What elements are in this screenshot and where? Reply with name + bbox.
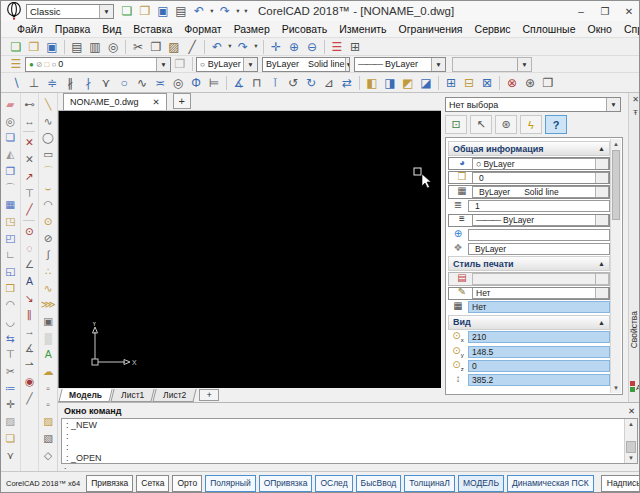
- command-history[interactable]: : _NEW::: _OPEN ▲ ▼: [61, 418, 638, 464]
- sheet-tab[interactable]: Модель: [58, 389, 112, 402]
- palette-tool-icon[interactable]: ↗: [21, 168, 37, 185]
- constraint-icon[interactable]: ∦: [61, 75, 79, 91]
- document-tab[interactable]: NONAME_0.dwg ✕: [63, 93, 167, 110]
- menu-item[interactable]: Ограничения: [393, 23, 469, 35]
- toolbar-icon[interactable]: ✂: [129, 39, 147, 55]
- status-toggle-button[interactable]: Полярный: [205, 475, 256, 492]
- palette-tool-icon[interactable]: ∫: [40, 246, 56, 263]
- toolbar-icon[interactable]: ❏: [7, 39, 25, 55]
- new-tab-button[interactable]: +: [173, 93, 191, 109]
- scrollbar-thumb[interactable]: [626, 441, 636, 453]
- property-row[interactable]: ↕ 385.2: [448, 373, 610, 386]
- sheet-tab[interactable]: Лист1: [110, 389, 154, 402]
- minimize-button[interactable]: –: [569, 2, 593, 20]
- toolbar-icon[interactable]: ❐: [25, 39, 43, 55]
- constraint-icon[interactable]: ⊠: [478, 75, 496, 91]
- palette-tool-icon[interactable]: A: [40, 346, 56, 363]
- palette-tool-icon[interactable]: ⇀: [21, 356, 37, 373]
- constraint-icon[interactable]: ⊟: [460, 75, 478, 91]
- lineweight-combo[interactable]: ——— ByLayer ▼: [354, 57, 446, 72]
- palette-tool-icon[interactable]: ⊘: [40, 230, 56, 247]
- property-row[interactable]: ≣ 1: [448, 200, 610, 213]
- close-button[interactable]: ✕: [617, 2, 640, 20]
- chevron-down-icon[interactable]: ▼: [431, 58, 445, 71]
- palette-tool-icon[interactable]: ⌣: [40, 179, 56, 196]
- toolbar-icon[interactable]: ╱: [183, 39, 201, 55]
- constraint-icon[interactable]: ⊞: [442, 75, 460, 91]
- palette-tool-icon[interactable]: ╲: [40, 96, 56, 113]
- palette-tool-icon[interactable]: ⊙: [21, 223, 37, 240]
- constraint-icon[interactable]: Φ: [187, 75, 205, 91]
- palette-tool-icon[interactable]: ╱: [21, 390, 37, 407]
- status-toggle-button[interactable]: Сетка: [136, 475, 169, 492]
- collapse-icon[interactable]: ▲: [598, 319, 605, 326]
- scrollbar-thumb[interactable]: [612, 150, 620, 220]
- palette-tool-icon[interactable]: ▧: [40, 430, 56, 447]
- properties-tool-button[interactable]: ⊡: [445, 115, 467, 134]
- property-row[interactable]: ⊙x 210: [448, 331, 610, 344]
- collapse-icon[interactable]: ▲: [598, 145, 605, 152]
- status-toggle-button[interactable]: ОСлед: [315, 475, 352, 492]
- close-tab-icon[interactable]: ✕: [153, 97, 160, 107]
- status-toggle-button[interactable]: Привязка: [86, 475, 133, 492]
- constraint-icon[interactable]: ⋎: [97, 75, 115, 91]
- layer-manager-icon[interactable]: ☰: [7, 56, 25, 72]
- toolbar-icon[interactable]: ▾: [226, 39, 234, 55]
- drawing-canvas[interactable]: Y X: [58, 111, 441, 388]
- property-row[interactable]: ≡ ——— ByLayer: [448, 214, 610, 227]
- property-row[interactable]: ⊕: [448, 228, 610, 241]
- constraint-icon[interactable]: ∿: [133, 75, 151, 91]
- palette-tool-icon[interactable]: ▨: [40, 413, 56, 430]
- scroll-down-icon[interactable]: ▼: [625, 453, 637, 463]
- layer-properties-icon[interactable]: ❐: [171, 56, 189, 72]
- palette-tool-icon[interactable]: ▰: [2, 96, 18, 113]
- panel-pin-icon[interactable]: Ŧ: [629, 106, 640, 119]
- toolbar-icon[interactable]: ▨: [165, 39, 183, 55]
- palette-tool-icon[interactable]: ⋙: [40, 296, 56, 313]
- palette-tool-icon[interactable]: ▣: [40, 313, 56, 330]
- chevron-down-icon[interactable]: [595, 288, 608, 298]
- palette-tool-icon[interactable]: ◇: [40, 446, 56, 463]
- toolbar-icon[interactable]: ▾: [252, 39, 260, 55]
- chevron-down-icon[interactable]: [595, 173, 608, 183]
- properties-tool-button[interactable]: ⊛: [495, 115, 517, 134]
- status-toggle-button[interactable]: Динамическая ПСК: [507, 475, 594, 492]
- constraint-icon[interactable]: ⊛: [521, 75, 539, 91]
- palette-tool-icon[interactable]: ▫: [40, 396, 56, 413]
- constraint-icon[interactable]: ◎: [169, 75, 187, 91]
- property-row[interactable]: ⊙z 0: [448, 359, 610, 372]
- constraint-icon[interactable]: ∖: [7, 75, 25, 91]
- chevron-down-icon[interactable]: [595, 187, 608, 197]
- quick-access-icon[interactable]: ▾: [242, 3, 250, 19]
- annotation-scale-dropdown[interactable]: Надпись ▼: [601, 475, 640, 492]
- constraint-icon[interactable]: ⇄: [338, 75, 356, 91]
- constraint-icon[interactable]: ◪: [417, 75, 435, 91]
- linestyle-combo[interactable]: ByLayer Solid line ▼: [262, 57, 350, 72]
- palette-tool-icon[interactable]: ↘: [21, 290, 37, 307]
- section-header-general[interactable]: Общая информация ▲: [448, 141, 610, 156]
- palette-tool-icon[interactable]: ∡: [21, 340, 37, 357]
- menu-item[interactable]: Изменить: [333, 23, 392, 35]
- quick-access-icon[interactable]: ▣: [154, 3, 172, 19]
- palette-tool-icon[interactable]: ∠: [21, 256, 37, 273]
- chevron-down-icon[interactable]: ▼: [243, 58, 257, 71]
- constraint-icon[interactable]: ⊓: [248, 75, 266, 91]
- constraint-icon[interactable]: ⊨: [205, 75, 223, 91]
- palette-tool-icon[interactable]: ◯: [40, 129, 56, 146]
- workspace-selector[interactable]: Classic ▼: [26, 4, 114, 19]
- scroll-up-icon[interactable]: ▲: [625, 419, 637, 429]
- palette-tool-icon[interactable]: ✛: [2, 396, 18, 413]
- palette-tool-icon[interactable]: ◠: [40, 196, 56, 213]
- palette-tool-icon[interactable]: ❏: [2, 129, 18, 146]
- toolbar-icon[interactable]: ⊖: [303, 39, 321, 55]
- menu-item[interactable]: Справка: [618, 23, 640, 35]
- palette-tool-icon[interactable]: ∿: [40, 280, 56, 297]
- toolbar-icon[interactable]: ❐: [147, 39, 165, 55]
- scroll-up-icon[interactable]: ▲: [611, 139, 621, 149]
- quick-access-icon[interactable]: ❐: [136, 3, 154, 19]
- palette-tool-icon[interactable]: ↔: [21, 113, 37, 130]
- toolbar-icon[interactable]: ⊕: [285, 39, 303, 55]
- palette-tool-icon[interactable]: ⇆: [2, 330, 18, 347]
- palette-tool-icon[interactable]: ⊤: [2, 346, 18, 363]
- chevron-down-icon[interactable]: ▼: [345, 58, 350, 71]
